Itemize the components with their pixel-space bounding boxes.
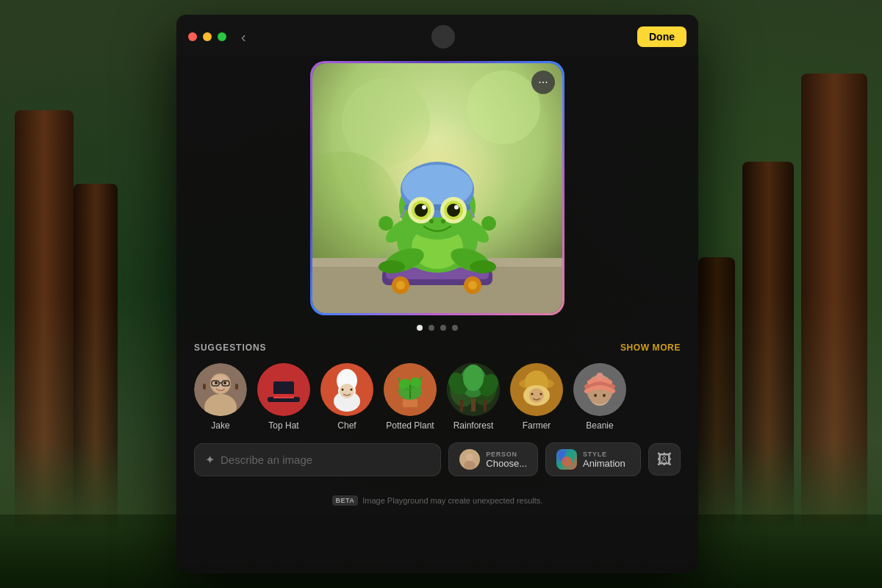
svg-point-12 [468, 281, 477, 290]
suggestions-header: SUGGESTIONS SHOW MORE [194, 343, 681, 353]
person-category-label: PERSON [486, 451, 517, 458]
svg-point-60 [342, 389, 344, 391]
svg-rect-77 [471, 398, 476, 412]
svg-point-36 [454, 205, 459, 209]
suggestion-chef[interactable]: Chef [320, 363, 373, 431]
beanie-label: Beanie [586, 420, 613, 431]
page-dot-1[interactable] [417, 325, 423, 331]
top-hat-avatar [257, 363, 310, 416]
main-content: ··· SUGGESTIONS SHOW MORE [176, 56, 698, 520]
back-button[interactable]: ‹ [238, 29, 249, 46]
suggestions-section: SUGGESTIONS SHOW MORE [191, 343, 684, 431]
person-avatar-icon [459, 449, 480, 470]
top-hat-label: Top Hat [268, 420, 298, 431]
svg-point-46 [223, 381, 226, 384]
svg-point-91 [594, 394, 597, 397]
person-label-group: PERSON Choose... [486, 451, 527, 469]
app-window: ‹ Done [176, 15, 698, 573]
done-button[interactable]: Done [637, 26, 686, 47]
more-dots-icon: ··· [538, 76, 548, 89]
suggestion-rainforest[interactable]: Rainforest [447, 363, 500, 431]
svg-point-90 [596, 373, 603, 380]
window-controls [188, 32, 226, 41]
beanie-avatar [573, 363, 626, 416]
svg-point-76 [463, 365, 484, 391]
svg-point-21 [379, 216, 393, 231]
bottom-toolbar: ✦ Describe an image PERSON Choose... [191, 442, 684, 476]
farmer-label: Farmer [523, 420, 551, 431]
svg-point-37 [429, 219, 434, 223]
title-bar: ‹ Done [176, 15, 698, 56]
potted-plant-avatar [384, 363, 437, 416]
suggestion-jake[interactable]: Jake [194, 363, 247, 431]
farmer-avatar [510, 363, 563, 416]
maximize-button-dot[interactable] [218, 32, 226, 41]
person-value-label: Choose... [486, 458, 527, 469]
svg-point-42 [212, 375, 229, 392]
page-dot-4[interactable] [452, 325, 458, 331]
style-value-label: Animation [583, 458, 625, 469]
svg-point-45 [215, 381, 218, 384]
sparkle-icon: ✦ [205, 453, 215, 467]
more-options-button[interactable]: ··· [531, 71, 555, 94]
svg-point-84 [529, 388, 544, 403]
svg-point-92 [603, 394, 606, 397]
image-container: ··· [312, 63, 562, 313]
svg-point-38 [441, 219, 445, 223]
svg-point-33 [415, 204, 428, 217]
svg-point-99 [562, 456, 572, 467]
disclaimer-text: Image Playground may create unexpected r… [362, 496, 542, 505]
frog-illustration [312, 63, 562, 313]
suggestion-beanie[interactable]: Beanie [573, 363, 626, 431]
describe-placeholder: Describe an image [220, 453, 312, 466]
image-display [312, 63, 562, 313]
suggestions-grid: Jake Top Hat [194, 363, 681, 431]
beta-tag: BETA [332, 495, 359, 506]
svg-rect-44 [235, 384, 238, 390]
beta-disclaimer: BETA Image Playground may create unexpec… [332, 495, 543, 506]
svg-point-22 [481, 216, 496, 231]
svg-point-61 [351, 389, 353, 391]
suggestion-potted-plant[interactable]: Potted Plant [384, 363, 437, 431]
rainforest-label: Rainforest [453, 420, 494, 431]
page-dot-2[interactable] [429, 325, 434, 331]
photo-library-button[interactable]: 🖼 [648, 443, 681, 476]
style-selector-button[interactable]: STYLE Animation [545, 442, 641, 476]
jake-label: Jake [211, 420, 229, 431]
user-avatar [431, 25, 455, 49]
style-category-label: STYLE [583, 451, 607, 458]
image-border [310, 61, 564, 315]
pagination-dots [417, 325, 458, 331]
person-selector-button[interactable]: PERSON Choose... [448, 442, 538, 476]
jake-avatar [194, 363, 247, 416]
svg-point-18 [470, 260, 496, 273]
minimize-button-dot[interactable] [203, 32, 212, 41]
beta-footer: BETA Image Playground may create unexpec… [332, 488, 543, 506]
svg-point-95 [464, 461, 476, 470]
show-more-button[interactable]: SHOW MORE [620, 343, 681, 353]
svg-point-59 [340, 384, 354, 398]
svg-rect-54 [273, 394, 294, 397]
page-dot-3[interactable] [440, 325, 446, 331]
suggestions-label: SUGGESTIONS [194, 343, 267, 353]
svg-rect-78 [460, 400, 463, 412]
potted-plant-label: Potted Plant [386, 420, 434, 431]
chef-label: Chef [337, 420, 356, 431]
describe-input[interactable]: ✦ Describe an image [194, 443, 441, 476]
svg-point-94 [466, 453, 473, 461]
close-button-dot[interactable] [188, 32, 197, 41]
suggestion-farmer[interactable]: Farmer [510, 363, 563, 431]
style-label-group: STYLE Animation [583, 451, 625, 469]
svg-point-85 [531, 393, 534, 395]
svg-rect-43 [203, 384, 206, 390]
svg-point-35 [422, 205, 426, 209]
rainforest-avatar [447, 363, 500, 416]
svg-point-10 [396, 281, 405, 290]
chef-avatar [320, 363, 373, 416]
svg-rect-79 [484, 400, 487, 412]
style-icon [556, 449, 577, 470]
svg-point-34 [447, 204, 460, 217]
photo-icon: 🖼 [657, 451, 672, 468]
suggestion-top-hat[interactable]: Top Hat [257, 363, 310, 431]
svg-point-17 [379, 260, 405, 273]
